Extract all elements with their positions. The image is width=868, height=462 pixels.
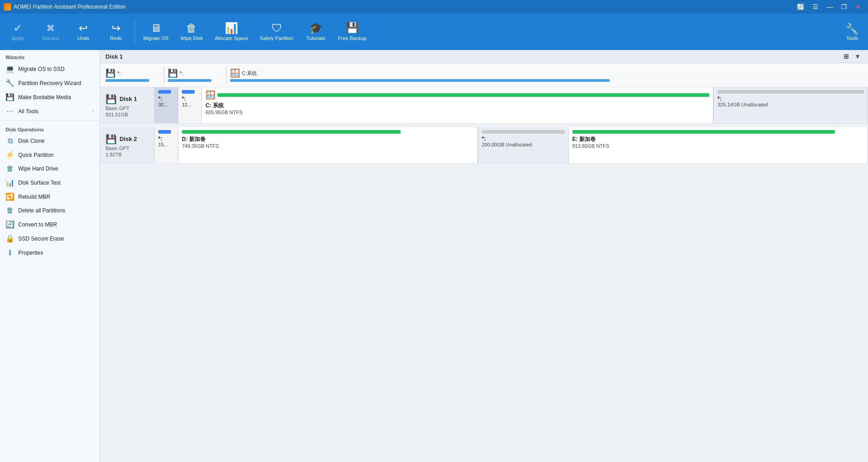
title-bar-left: AOMEI Partition Assistant Professional E…: [4, 3, 126, 10]
disk2-part-d[interactable]: D: 新加卷 749.35GB NTFS: [178, 127, 478, 163]
sidebar-item-all-tools[interactable]: ⋯ All Tools ›: [0, 104, 100, 118]
refresh-button[interactable]: 🔄: [793, 2, 808, 11]
disk2-partd-label: D: 新加卷: [182, 136, 474, 143]
content-area: Disk 1 ⊞ ▼ 💾 *: 💾: [100, 50, 868, 462]
sidebar-item-label: Rebuild MBR: [18, 194, 50, 200]
apply-icon: ✔: [13, 23, 22, 34]
disk1-partc-icon: 🪟: [206, 90, 216, 100]
sidebar-item-disk-surface-test[interactable]: 📊 Disk Surface Test: [0, 176, 100, 190]
sidebar-item-ssd-secure-erase[interactable]: 🔒 SSD Secure Erase: [0, 231, 100, 246]
disk1-title: Disk 1: [105, 53, 123, 60]
sidebar-item-convert-mbr[interactable]: 🔄 Convert to MBR: [0, 217, 100, 231]
disk2-part1-bar: [158, 130, 171, 134]
sidebar-item-disk-clone[interactable]: ⧉ Disk Clone: [0, 134, 100, 148]
sidebar-item-quick-partition[interactable]: ⚡ Quick Partition: [0, 148, 100, 162]
disk2-part-e[interactable]: E: 新加卷 913.65GB NTFS: [569, 127, 868, 163]
tools-icon: 🔧: [845, 23, 859, 35]
tutorials-button[interactable]: 🎓 Tutorials: [300, 15, 332, 48]
disk1-ov-bar-2: [168, 79, 211, 82]
bootable-media-sidebar-icon: 💾: [5, 93, 15, 101]
disk2-unalloc-label: *:: [482, 136, 565, 142]
main-layout: Wizards 💻 Migrate OS to SSD 🔧 Partition …: [0, 50, 868, 462]
sidebar-item-label: Delete all Partitions: [18, 207, 65, 214]
menu-button[interactable]: ☰: [809, 2, 822, 11]
disk2-part-1[interactable]: *: 15...: [155, 127, 178, 163]
sidebar-item-label: Make Bootable Media: [18, 94, 71, 100]
migrate-os-icon: 🖥: [151, 23, 161, 34]
sidebar-item-partition-recovery[interactable]: 🔧 Partition Recovery Wizard: [0, 76, 100, 90]
disk1-ov-icon-2: 💾: [168, 68, 178, 78]
disk1-overview-item-3: 🪟 C:系统: [230, 68, 863, 82]
sidebar-item-delete-partitions[interactable]: 🗑 Delete all Partitions: [0, 204, 100, 217]
sidebar-item-label: Convert to MBR: [18, 221, 57, 228]
disk1-partc-label: C: 系统: [206, 102, 709, 110]
sidebar-item-label: Wipe Hard Drive: [18, 166, 58, 172]
toolbar: ✔ Apply ✖ Discard ↩ Undo ↪ Redo 🖥 Migrat…: [0, 14, 868, 50]
disk1-ov-bar-1: [105, 79, 149, 82]
undo-button[interactable]: ↩ Undo: [67, 15, 99, 48]
disk1-panel: Disk 1 ⊞ ▼ 💾 *: 💾: [100, 50, 868, 124]
sidebar-item-migrate-os[interactable]: 💻 Migrate OS to SSD: [0, 62, 100, 76]
disk2-partd-size: 749.35GB NTFS: [182, 143, 474, 149]
disk-ops-section-title: Disk Operations: [0, 122, 100, 134]
all-tools-arrow-icon: ›: [92, 109, 94, 114]
sidebar-item-label: All Tools: [18, 108, 38, 115]
redo-button[interactable]: ↪ Redo: [100, 15, 132, 48]
disk1-ov-icon-3: 🪟: [230, 68, 240, 78]
disk1-ov-sep-2: [226, 66, 226, 84]
disk2-parte-label: E: 新加卷: [572, 136, 864, 143]
disk2-part1-sublabel: 15...: [158, 142, 174, 147]
disk1-expand-icon[interactable]: ⊞: [842, 52, 851, 61]
close-button[interactable]: ✕: [852, 2, 864, 11]
disk-clone-sidebar-icon: ⧉: [5, 137, 15, 145]
discard-icon: ✖: [46, 23, 55, 34]
allocate-space-icon: 📊: [225, 23, 238, 34]
disk1-info-size: 931.51GB: [105, 112, 149, 117]
allocate-space-button[interactable]: 📊 Allocate Space: [209, 15, 253, 48]
disk1-overview-item-2: 💾 *:: [168, 68, 222, 82]
wipe-disk-button[interactable]: 🗑 Wipe Disk: [175, 15, 209, 48]
app-logo-icon: [4, 3, 11, 10]
tutorials-icon: 🎓: [309, 23, 323, 34]
disk1-part-2[interactable]: *: 12...: [178, 87, 202, 123]
restore-button[interactable]: ❐: [838, 2, 851, 11]
disk2-row: 💾 Disk 2 Basic GPT 1.82TB *: 15...: [100, 127, 868, 164]
discard-button[interactable]: ✖ Discard: [35, 15, 66, 48]
minimize-button[interactable]: —: [823, 2, 837, 11]
disk2-info-size: 1.82TB: [105, 152, 149, 157]
disk1-partc-bar: [217, 93, 709, 97]
tools-button[interactable]: 🔧 Tools: [838, 15, 866, 48]
title-bar-controls: 🔄 ☰ — ❐ ✕: [793, 2, 864, 11]
sidebar-item-rebuild-mbr[interactable]: 🔁 Rebuild MBR: [0, 190, 100, 204]
disk2-part-unalloc[interactable]: *: 200.00GB Unallocated: [478, 127, 569, 163]
disk2-info-icon: 💾: [105, 134, 117, 145]
undo-icon: ↩: [79, 23, 88, 34]
disk1-part-unalloc[interactable]: *: 325.14GB Unallocated: [713, 87, 868, 123]
redo-icon: ↪: [111, 23, 120, 34]
migrate-os-button[interactable]: 🖥 Migrate OS: [138, 15, 174, 48]
disk1-part-1[interactable]: *: 30...: [155, 87, 178, 123]
sidebar-item-bootable-media[interactable]: 💾 Make Bootable Media: [0, 90, 100, 104]
sidebar-item-properties[interactable]: ℹ Properties: [0, 246, 100, 260]
disk1-ov-label-2: *:: [180, 70, 183, 76]
sidebar-item-wipe-hard-drive[interactable]: 🗑 Wipe Hard Drive: [0, 162, 100, 176]
disk1-header-icons: ⊞ ▼: [842, 52, 863, 61]
properties-sidebar-icon: ℹ: [5, 248, 15, 257]
disk1-ov-sep-1: [164, 66, 164, 84]
disk2-info: 💾 Disk 2 Basic GPT 1.82TB: [100, 127, 155, 163]
disk1-ov-label-1: *:: [117, 70, 120, 76]
disk1-ov-icon-1: 💾: [105, 68, 115, 78]
wipe-disk-icon: 🗑: [186, 23, 197, 34]
apply-button[interactable]: ✔ Apply: [2, 15, 34, 48]
partition-recovery-sidebar-icon: 🔧: [5, 79, 15, 87]
ssd-secure-erase-sidebar-icon: 🔒: [5, 234, 15, 243]
safely-partition-button[interactable]: 🛡 Safely Partition: [255, 15, 299, 48]
disk1-info: 💾 Disk 1 Basic GPT 931.51GB: [100, 87, 155, 123]
disk1-ov-bar-3: [230, 79, 610, 82]
sidebar-item-label: Quick Partition: [18, 152, 54, 158]
free-backup-button[interactable]: 💾 Free Backup: [333, 15, 372, 48]
disk2-info-name: Disk 2: [120, 136, 137, 142]
disk1-scroll-icon[interactable]: ▼: [853, 52, 863, 61]
rebuild-mbr-sidebar-icon: 🔁: [5, 192, 15, 201]
disk1-part-c[interactable]: 🪟 C: 系统 605.95GB NTFS: [202, 87, 713, 123]
